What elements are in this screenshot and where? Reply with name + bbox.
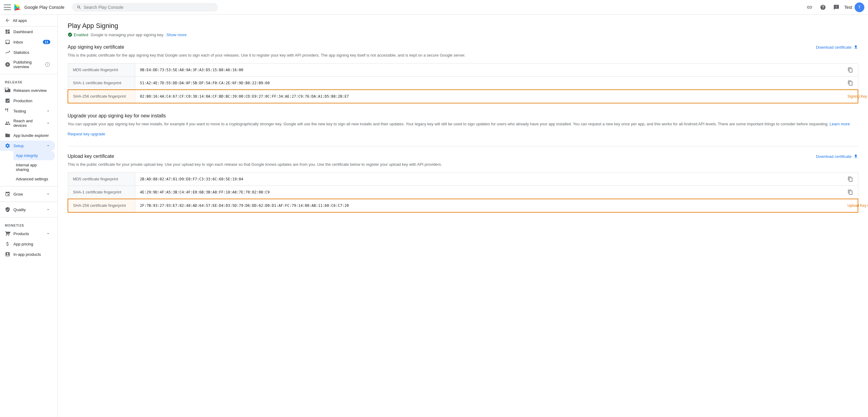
releases-icon (5, 88, 10, 93)
sidebar-item-advanced-settings[interactable]: Advanced settings (13, 174, 55, 184)
help-icon (820, 4, 826, 10)
signing-sha1-value: 51:A2:4E:7D:55:DD:DA:8F:5B:DF:5A:F0:CA:2… (135, 76, 843, 90)
in-app-label: In-app products (13, 252, 41, 257)
upgrade-section: Upgrade your app signing key for new ins… (68, 113, 858, 137)
help-icon-btn[interactable] (817, 2, 829, 13)
sidebar-item-internal-sharing[interactable]: Internal app sharing (13, 160, 55, 174)
production-icon (5, 98, 10, 103)
publishing-icon (5, 62, 10, 67)
check-circle-icon (68, 32, 72, 37)
internal-sharing-label: Internal app sharing (16, 163, 50, 172)
products-expand-icon (46, 232, 50, 236)
signing-download-btn[interactable]: Download certificate (816, 45, 858, 49)
all-apps-btn[interactable]: All apps (0, 14, 58, 27)
sidebar-item-quality[interactable]: Quality (0, 204, 55, 215)
statistics-label: Statistics (13, 50, 29, 55)
monetize-divider (0, 217, 58, 217)
signing-section-title: App signing key certificate (68, 44, 124, 50)
release-section-label: Release (0, 77, 58, 85)
signing-section-desc: This is the public certificate for the a… (68, 52, 858, 59)
upload-sha256-label: SHA-256 certificate fingerprint (68, 199, 135, 212)
sidebar-item-products[interactable]: Products (0, 229, 55, 239)
signing-sha256-value: 02:B0:16:4A:C4:67:CF:C0:38:14:0A:CF:BD:B… (135, 90, 843, 103)
setup-expand-icon (46, 144, 50, 148)
signing-sha256-row: SHA-256 certificate fingerprint 02:B0:16… (68, 90, 858, 103)
reach-label: Reach and devices (13, 118, 43, 128)
sidebar-item-releases[interactable]: Releases overview (0, 85, 55, 96)
quality-icon (5, 207, 10, 212)
signing-sha256-label: SHA-256 certificate fingerprint (68, 90, 135, 103)
page-subtitle: Enabled Google is managing your app sign… (68, 32, 858, 37)
link-icon-btn[interactable] (804, 2, 815, 13)
app-signing-section: App signing key certificate Download cer… (68, 44, 858, 103)
inbox-label: Inbox (13, 40, 23, 44)
bundle-icon (5, 133, 10, 138)
reach-expand-icon (46, 121, 50, 125)
sidebar-item-app-pricing[interactable]: App pricing (0, 239, 55, 249)
upload-sha1-row: SHA-1 certificate fingerprint 4E:29:9D:4… (68, 185, 858, 199)
avatar[interactable]: T (855, 2, 864, 12)
sidebar-item-in-app[interactable]: In-app products (0, 249, 55, 259)
feedback-icon-btn[interactable] (831, 2, 842, 13)
feedback-icon (833, 4, 839, 10)
upload-key-label: Upload Key Certificate (847, 204, 868, 208)
release-divider (0, 74, 58, 74)
enabled-badge: Enabled (68, 32, 88, 37)
sidebar-item-setup[interactable]: Setup (0, 141, 55, 151)
upgrade-desc: You can upgrade your app signing key for… (68, 121, 858, 127)
upload-md5-copy[interactable] (847, 176, 853, 182)
sidebar-item-grow[interactable]: Grow (0, 189, 55, 199)
svg-point-2 (47, 65, 48, 65)
all-apps-label: All apps (13, 18, 27, 23)
sidebar-item-production[interactable]: Production (0, 96, 55, 106)
signing-sha1-copy[interactable] (847, 80, 853, 86)
upgrade-title: Upgrade your app signing key for new ins… (68, 113, 858, 118)
signing-download-label: Download certificate (816, 45, 851, 49)
signing-md5-copy[interactable] (847, 67, 853, 73)
pricing-icon (5, 241, 10, 247)
request-key-upgrade-btn[interactable]: Request key upgrade (68, 132, 105, 136)
sidebar-item-reach[interactable]: Reach and devices (0, 116, 55, 130)
search-input[interactable] (84, 5, 213, 10)
sidebar-item-statistics[interactable]: Statistics (0, 47, 55, 58)
sidebar-item-testing[interactable]: Testing (0, 106, 55, 116)
upload-section-header: Upload key certificate Download certific… (68, 153, 858, 159)
advanced-settings-label: Advanced settings (16, 177, 48, 181)
signing-key-label: Signing Key Certiicate (847, 94, 868, 99)
publishing-badge-icon (45, 62, 50, 67)
upload-cert-table: MD5 certificate fingerprint 2B:AD:88:02:… (68, 172, 858, 213)
upload-md5-label: MD5 certificate fingerprint (68, 172, 135, 185)
dashboard-label: Dashboard (13, 30, 33, 34)
app-integrity-label: App integrity (16, 153, 38, 158)
statistics-icon (5, 49, 10, 55)
grow-icon (5, 191, 10, 197)
setup-submenu: App integrity Internal app sharing Advan… (0, 151, 58, 184)
sidebar-item-bundle[interactable]: App bundle explorer (0, 130, 55, 141)
upload-sha1-copy[interactable] (847, 189, 853, 195)
menu-icon[interactable] (4, 4, 11, 11)
bundle-label: App bundle explorer (13, 133, 49, 138)
show-more-link[interactable]: Show more (166, 33, 187, 37)
enabled-label: Enabled (74, 33, 88, 37)
publishing-label: Publishing overview (13, 60, 42, 69)
upload-sha256-value: 2F:7B:93:27:93:E7:82:48:AD:64:57:EE:D4:0… (135, 199, 843, 212)
learn-more-link[interactable]: Learn more (830, 121, 850, 126)
main-content: Play App Signing Enabled Google is manag… (58, 14, 868, 417)
testing-icon (5, 108, 10, 114)
user-label[interactable]: Test (844, 5, 852, 10)
topbar-logo[interactable]: Google Play Console (13, 3, 65, 11)
releases-label: Releases overview (13, 88, 46, 93)
inbox-icon (5, 39, 10, 45)
signing-md5-value: 9B:E4:DD:73:53:5E:A8:9A:3F:A3:D5:15:B8:A… (135, 63, 843, 76)
quality-expand-icon (46, 207, 50, 212)
sidebar-item-inbox[interactable]: Inbox 11 (0, 37, 55, 47)
upload-download-btn[interactable]: Download certificate (816, 154, 858, 159)
signing-cert-table: MD5 certificate fingerprint 9B:E4:DD:73:… (68, 63, 858, 103)
sidebar-item-dashboard[interactable]: Dashboard (0, 27, 55, 37)
sidebar-item-app-integrity[interactable]: App integrity (13, 151, 55, 160)
sidebar-item-publishing[interactable]: Publishing overview (0, 58, 55, 71)
signing-md5-label: MD5 certificate fingerprint (68, 63, 135, 76)
reach-icon (5, 120, 10, 126)
search-icon (77, 5, 81, 10)
topbar-search (72, 3, 218, 11)
